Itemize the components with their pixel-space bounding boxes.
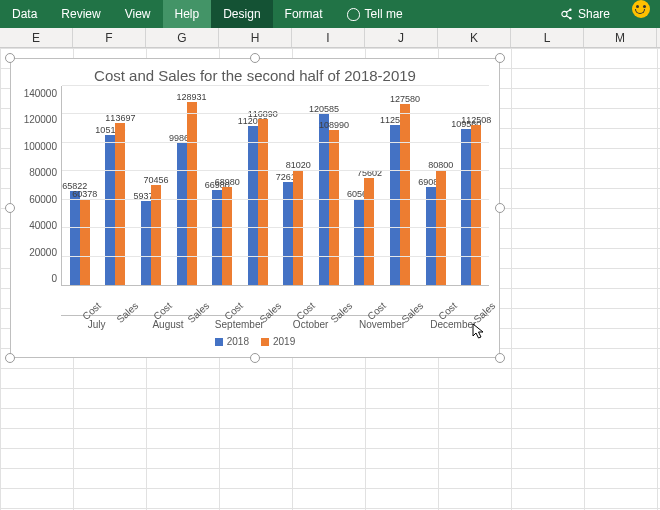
tab-format[interactable]: Format: [273, 0, 335, 28]
col-header[interactable]: H: [219, 28, 292, 47]
bar[interactable]: 65822: [70, 191, 80, 285]
resize-handle[interactable]: [495, 203, 505, 213]
legend-item[interactable]: 2019: [261, 336, 295, 347]
plot-area[interactable]: 6582260378105189113697593787045699862128…: [61, 86, 489, 286]
bar[interactable]: 69085: [426, 187, 436, 285]
bar[interactable]: 72610: [283, 182, 293, 285]
bar[interactable]: 60378: [80, 199, 90, 285]
resize-handle[interactable]: [495, 353, 505, 363]
legend-swatch-icon: [215, 338, 223, 346]
data-label: 113697: [105, 113, 135, 123]
ribbon: Data Review View Help Design Format Tell…: [0, 0, 660, 28]
resize-handle[interactable]: [5, 203, 15, 213]
col-header[interactable]: G: [146, 28, 219, 47]
share-label: Share: [578, 7, 610, 21]
data-label: 60378: [72, 189, 97, 199]
bar[interactable]: 70456: [151, 185, 161, 285]
data-label: 112508: [461, 115, 491, 125]
chart-object[interactable]: Cost and Sales for the second half of 20…: [10, 58, 500, 358]
svg-point-0: [569, 9, 571, 11]
y-tick: 120000: [17, 114, 57, 125]
col-header[interactable]: M: [584, 28, 657, 47]
y-tick: 20000: [17, 247, 57, 258]
bar[interactable]: 128931: [187, 102, 197, 285]
col-header[interactable]: K: [438, 28, 511, 47]
bar[interactable]: 113697: [115, 123, 125, 285]
data-label: 120585: [309, 104, 339, 114]
col-header[interactable]: J: [365, 28, 438, 47]
bar[interactable]: 112508: [471, 125, 481, 285]
bar[interactable]: 75602: [364, 178, 374, 285]
bar[interactable]: 99862: [177, 143, 187, 285]
col-header[interactable]: I: [292, 28, 365, 47]
lightbulb-icon: [347, 8, 360, 21]
y-tick: 0: [17, 273, 57, 284]
bar[interactable]: 105189: [105, 135, 115, 285]
x-axis-subcategories: CostSalesCostSalesCostSalesCostSalesCost…: [11, 286, 499, 297]
resize-handle[interactable]: [250, 353, 260, 363]
resize-handle[interactable]: [5, 53, 15, 63]
y-tick: 100000: [17, 141, 57, 152]
y-tick: 140000: [17, 88, 57, 99]
data-label: 80800: [428, 160, 453, 170]
data-label: 68980: [215, 177, 240, 187]
bar[interactable]: 66980: [212, 190, 222, 285]
feedback-smiley-icon[interactable]: [632, 0, 650, 18]
column-headers: E F G H I J K L M: [0, 28, 660, 48]
y-tick: 40000: [17, 220, 57, 231]
chart-title[interactable]: Cost and Sales for the second half of 20…: [11, 59, 499, 86]
y-axis: 140000120000100000800006000040000200000: [17, 86, 61, 286]
data-label: 108990: [319, 120, 349, 130]
bar[interactable]: 59378: [141, 201, 151, 285]
resize-handle[interactable]: [5, 353, 15, 363]
worksheet-grid[interactable]: Cost and Sales for the second half of 20…: [0, 48, 660, 510]
chart-legend[interactable]: 20182019: [11, 330, 499, 354]
tab-review[interactable]: Review: [49, 0, 112, 28]
tell-me-label: Tell me: [365, 7, 403, 21]
tell-me[interactable]: Tell me: [335, 0, 415, 28]
legend-swatch-icon: [261, 338, 269, 346]
bar[interactable]: 60560: [354, 199, 364, 285]
tab-design[interactable]: Design: [211, 0, 272, 28]
col-header[interactable]: F: [73, 28, 146, 47]
bar[interactable]: 127580: [400, 104, 410, 285]
bar[interactable]: 112526: [390, 125, 400, 285]
col-header[interactable]: L: [511, 28, 584, 47]
y-tick: 80000: [17, 167, 57, 178]
bar[interactable]: 108990: [329, 130, 339, 285]
share-icon: [561, 8, 573, 20]
bar[interactable]: 109560: [461, 129, 471, 285]
data-label: 70456: [143, 175, 168, 185]
resize-handle[interactable]: [250, 53, 260, 63]
legend-item[interactable]: 2018: [215, 336, 249, 347]
bar[interactable]: 112008: [248, 126, 258, 285]
bar[interactable]: 68980: [222, 187, 232, 285]
data-label: 75602: [357, 168, 382, 178]
resize-handle[interactable]: [495, 53, 505, 63]
data-label: 81020: [286, 160, 311, 170]
tab-view[interactable]: View: [113, 0, 163, 28]
share-button[interactable]: Share: [549, 0, 622, 28]
svg-point-1: [569, 17, 571, 19]
col-header[interactable]: E: [0, 28, 73, 47]
bar[interactable]: 116890: [258, 119, 268, 285]
data-label: 127580: [390, 94, 420, 104]
y-tick: 60000: [17, 194, 57, 205]
data-label: 128931: [177, 92, 207, 102]
tab-help[interactable]: Help: [163, 0, 212, 28]
tab-data[interactable]: Data: [0, 0, 49, 28]
